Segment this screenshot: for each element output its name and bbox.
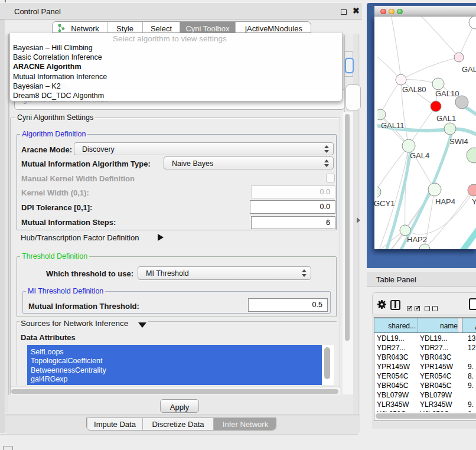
mac-minimize-button[interactable] [389, 9, 395, 15]
network-node-label: GAL80 [402, 85, 426, 94]
float-window-icon[interactable] [341, 9, 347, 15]
table-cell: YBL079W [377, 391, 409, 399]
data-attribute-item[interactable]: SelfLoops [31, 348, 64, 356]
data-attribute-item[interactable]: BetweennessCentrality [31, 366, 106, 374]
table-cell: YDR27... [420, 344, 449, 352]
aracne-mode-label: Aracne Mode: [21, 145, 72, 154]
select-all-checkboxes-icon[interactable] [407, 303, 422, 314]
algorithm-option[interactable]: Mutual Information Inference [13, 73, 107, 81]
table-row[interactable]: YPR145WYPR145W9. [374, 362, 476, 371]
algorithm-option[interactable]: Dream8 DC_TDC Algorithm [13, 92, 104, 100]
table-cell: YBR043C [377, 353, 408, 361]
tab-jactivemnodules[interactable]: jActiveMNodules [235, 22, 311, 32]
table-row[interactable]: YDL19...YDL19...13 [374, 334, 476, 343]
kernel-width-input[interactable]: 0.0 [251, 185, 335, 198]
table-cell: 13 [468, 334, 475, 343]
algorithm-popup: Select algorithm to view settings Bayesi… [9, 33, 343, 102]
combo-arrows-icon [302, 269, 307, 278]
table-cell: YLR345W [420, 400, 452, 409]
tab-select[interactable]: Select [142, 22, 180, 32]
hub-expand-icon[interactable] [158, 234, 164, 241]
splitter-arrow-icon[interactable] [357, 217, 360, 223]
settings-hscrollbar-thumb[interactable] [11, 389, 338, 394]
algorithm-option[interactable]: Bayesian – K2 [13, 82, 61, 90]
apply-button[interactable]: Apply [160, 399, 199, 413]
new-table-icon[interactable] [469, 298, 476, 310]
mi-type-select[interactable]: Naive Bayes [164, 156, 334, 169]
manual-kernel-label: Manual Kernel Width Definition [21, 174, 135, 183]
table-cell: YBL079W [420, 391, 452, 399]
table-header-row: shared... name A [374, 318, 476, 333]
table-cell: YDL19... [420, 334, 448, 343]
mi-type-label: Mutual Information Algorithm Type: [21, 159, 151, 168]
background-combo-fragment[interactable] [345, 58, 354, 73]
table-cell: YLR345W [377, 400, 409, 409]
manual-kernel-checkbox[interactable] [326, 174, 335, 182]
table-hscrollbar[interactable] [374, 412, 476, 420]
table-row[interactable]: YBL079WYBL079W [374, 390, 476, 400]
col-header-name[interactable]: name [418, 322, 458, 330]
table-row[interactable]: YDR27...YDR27...12 [374, 343, 476, 353]
mi-threshold-input[interactable]: 0.5 [248, 298, 328, 312]
algorithm-option[interactable]: Basic Correlation Inference [13, 53, 102, 61]
table-row[interactable]: YLR345WYLR345W9. [374, 400, 476, 409]
mi-steps-input[interactable]: 6 [251, 216, 335, 229]
table-cell: YER054C [377, 372, 408, 380]
mi-threshold-label: Mutual Information Threshold: [28, 302, 139, 311]
data-attribute-item[interactable]: gal4RGexp [31, 375, 68, 383]
dpi-tolerance-input[interactable]: 0.0 [250, 200, 335, 214]
table-cell: YDL19... [377, 334, 405, 343]
table-cell: 12 [468, 344, 475, 352]
background-field-fragment [345, 84, 361, 110]
sources-title[interactable]: Sources for Network Inference [21, 319, 128, 328]
network-node-label: GAL1 [436, 114, 456, 123]
table-row[interactable]: YBR043CYBR043C [374, 353, 476, 362]
which-threshold-select[interactable]: MI Threshold [138, 266, 311, 280]
network-node-label: Y [472, 197, 476, 206]
tab-cyni-toolbox[interactable]: Cyni Toolbox [180, 22, 235, 32]
table-cell: 9. [468, 381, 474, 390]
network-node-label: GAL4 [410, 151, 429, 160]
bottom-tabs: Impute DataDiscretize DataInfer Network [86, 418, 276, 431]
table-hscrollbar-thumb[interactable] [376, 413, 476, 419]
dpi-tolerance-label: DPI Tolerance [0,1]: [21, 203, 92, 212]
network-node-label: GAL10 [435, 89, 459, 98]
table-row[interactable]: YBR045CYBR045C9. [374, 381, 476, 390]
table-cell: YBR043C [420, 353, 451, 361]
unselect-all-checkboxes-icon[interactable] [425, 303, 440, 314]
network-node-label: HAP4 [435, 197, 455, 206]
aracne-mode-select[interactable]: Discovery [74, 142, 334, 155]
minimized-panel-icon[interactable] [3, 446, 13, 450]
data-attribute-item[interactable]: TopologicalCoefficient [31, 357, 102, 365]
bottom-tab-discretize-data[interactable]: Discretize Data [142, 418, 213, 430]
gear-icon[interactable] [377, 299, 387, 309]
which-threshold-label: Which threshold to use: [46, 269, 133, 278]
data-attributes-list[interactable]: SelfLoopsTopologicalCoefficientBetweenne… [27, 345, 322, 385]
algorithm-option[interactable]: ARACNE Algorithm [13, 63, 81, 71]
col-header-shared[interactable]: shared... [374, 322, 416, 330]
tab-style[interactable]: Style [107, 22, 142, 32]
network-window-titlebar[interactable] [374, 6, 476, 17]
mac-zoom-button[interactable] [397, 9, 403, 15]
network-tab-icon [57, 24, 66, 32]
close-icon[interactable]: ✖ [353, 6, 360, 15]
algorithm-option[interactable]: Bayesian – Hill Climbing [13, 44, 93, 52]
table-cell: YBR045C [420, 381, 451, 390]
network-canvas[interactable]: GALGAL80GAL10GAL1GAL11SWI4GAL4GCY1HAP4YH… [374, 17, 476, 249]
dock-bottom-line [0, 434, 358, 435]
table-row[interactable]: YER054CYER054C8. [374, 371, 476, 381]
sources-collapse-icon[interactable] [138, 322, 146, 328]
combo-arrows-icon [324, 159, 329, 168]
bottom-tab-impute-data[interactable]: Impute Data [87, 418, 142, 430]
table-cell: YBR045C [377, 381, 408, 390]
columns-icon[interactable] [390, 300, 400, 310]
node-table: shared... name A YDL19...YDL19...13YDR27… [374, 317, 476, 421]
network-node-label: GAL11 [381, 121, 405, 130]
mi-threshold-title: MI Threshold Definition [26, 287, 105, 295]
attr-list-scrollbar-thumb[interactable] [324, 347, 330, 379]
table-panel-header: Table Panel [367, 271, 476, 287]
hub-definition-toggle[interactable]: Hub/Transcription Factor Definition [21, 233, 139, 242]
mac-close-button[interactable] [380, 9, 386, 15]
settings-vscrollbar-thumb[interactable] [345, 114, 350, 341]
bottom-tab-infer-network[interactable]: Infer Network [213, 418, 276, 430]
